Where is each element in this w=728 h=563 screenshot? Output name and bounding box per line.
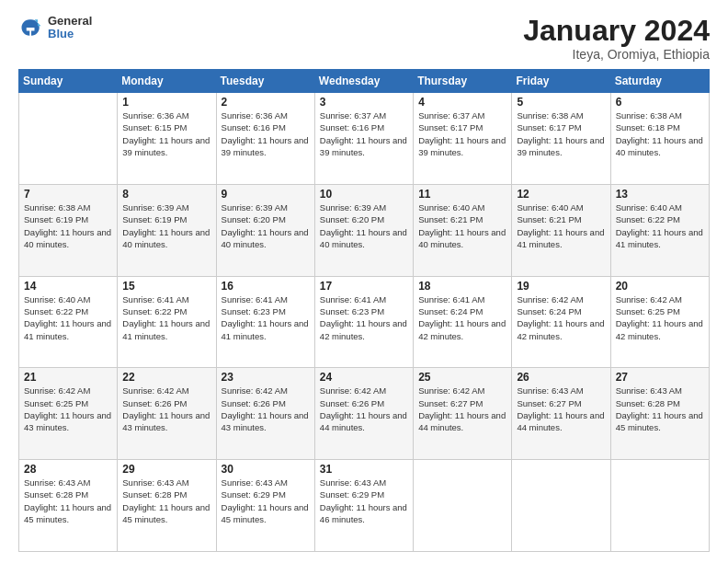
calendar-cell: 23Sunrise: 6:42 AMSunset: 6:26 PMDayligh… <box>216 368 314 460</box>
logo: General Blue <box>18 15 92 41</box>
calendar-cell <box>512 460 610 552</box>
day-number: 23 <box>222 371 310 384</box>
calendar-cell: 29Sunrise: 6:43 AMSunset: 6:28 PMDayligh… <box>118 460 216 552</box>
logo-text: General Blue <box>48 15 92 41</box>
day-number: 5 <box>517 96 605 109</box>
calendar-cell: 20Sunrise: 6:42 AMSunset: 6:25 PMDayligh… <box>610 276 709 368</box>
calendar-cell: 12Sunrise: 6:40 AMSunset: 6:21 PMDayligh… <box>512 184 610 276</box>
day-info: Sunrise: 6:40 AMSunset: 6:22 PMDaylight:… <box>616 201 704 250</box>
calendar-cell: 4Sunrise: 6:37 AMSunset: 6:17 PMDaylight… <box>414 93 512 185</box>
calendar-cell: 13Sunrise: 6:40 AMSunset: 6:22 PMDayligh… <box>610 184 709 276</box>
calendar-header-wednesday: Wednesday <box>314 70 413 93</box>
day-info: Sunrise: 6:41 AMSunset: 6:23 PMDaylight:… <box>320 293 408 342</box>
calendar-cell: 28Sunrise: 6:43 AMSunset: 6:28 PMDayligh… <box>19 460 118 552</box>
calendar-cell: 30Sunrise: 6:43 AMSunset: 6:29 PMDayligh… <box>216 460 314 552</box>
day-info: Sunrise: 6:42 AMSunset: 6:25 PMDaylight:… <box>24 385 112 433</box>
calendar-week-row: 14Sunrise: 6:40 AMSunset: 6:22 PMDayligh… <box>19 276 710 368</box>
logo-general-text: General <box>48 15 92 28</box>
calendar-cell: 25Sunrise: 6:42 AMSunset: 6:27 PMDayligh… <box>414 368 512 460</box>
day-number: 19 <box>517 280 605 293</box>
day-number: 1 <box>122 96 210 109</box>
day-number: 24 <box>320 371 408 384</box>
day-info: Sunrise: 6:42 AMSunset: 6:27 PMDaylight:… <box>418 385 506 433</box>
day-number: 13 <box>616 188 704 201</box>
day-info: Sunrise: 6:37 AMSunset: 6:16 PMDaylight:… <box>320 109 408 158</box>
day-number: 18 <box>418 280 506 293</box>
day-info: Sunrise: 6:42 AMSunset: 6:24 PMDaylight:… <box>517 293 605 342</box>
calendar-cell: 17Sunrise: 6:41 AMSunset: 6:23 PMDayligh… <box>314 276 413 368</box>
day-number: 10 <box>320 188 408 201</box>
calendar-week-row: 21Sunrise: 6:42 AMSunset: 6:25 PMDayligh… <box>19 368 710 460</box>
calendar-cell: 18Sunrise: 6:41 AMSunset: 6:24 PMDayligh… <box>414 276 512 368</box>
day-number: 20 <box>616 280 704 293</box>
day-info: Sunrise: 6:38 AMSunset: 6:19 PMDaylight:… <box>24 201 112 250</box>
calendar-header-saturday: Saturday <box>610 70 709 93</box>
day-info: Sunrise: 6:43 AMSunset: 6:28 PMDaylight:… <box>122 477 210 525</box>
day-info: Sunrise: 6:37 AMSunset: 6:17 PMDaylight:… <box>418 109 506 158</box>
day-number: 25 <box>418 371 506 384</box>
day-info: Sunrise: 6:36 AMSunset: 6:16 PMDaylight:… <box>222 109 310 158</box>
day-number: 6 <box>616 96 704 109</box>
day-number: 11 <box>418 188 506 201</box>
day-info: Sunrise: 6:43 AMSunset: 6:28 PMDaylight:… <box>24 477 112 525</box>
calendar-cell: 27Sunrise: 6:43 AMSunset: 6:28 PMDayligh… <box>610 368 709 460</box>
header: General Blue January 2024 Iteya, Oromiya… <box>18 15 710 62</box>
calendar-cell <box>414 460 512 552</box>
day-info: Sunrise: 6:41 AMSunset: 6:23 PMDaylight:… <box>222 293 310 342</box>
day-number: 21 <box>24 371 112 384</box>
calendar-cell: 5Sunrise: 6:38 AMSunset: 6:17 PMDaylight… <box>512 93 610 185</box>
day-number: 14 <box>24 280 112 293</box>
day-info: Sunrise: 6:42 AMSunset: 6:26 PMDaylight:… <box>222 385 310 433</box>
location-subtitle: Iteya, Oromiya, Ethiopia <box>523 47 710 62</box>
title-block: January 2024 Iteya, Oromiya, Ethiopia <box>523 15 710 62</box>
page: General Blue January 2024 Iteya, Oromiya… <box>0 0 728 563</box>
day-info: Sunrise: 6:39 AMSunset: 6:20 PMDaylight:… <box>320 201 408 250</box>
calendar-cell: 10Sunrise: 6:39 AMSunset: 6:20 PMDayligh… <box>314 184 413 276</box>
calendar-cell: 1Sunrise: 6:36 AMSunset: 6:15 PMDaylight… <box>118 93 216 185</box>
calendar-cell: 8Sunrise: 6:39 AMSunset: 6:19 PMDaylight… <box>118 184 216 276</box>
calendar-header-sunday: Sunday <box>19 70 118 93</box>
day-number: 8 <box>122 188 210 201</box>
calendar-cell: 11Sunrise: 6:40 AMSunset: 6:21 PMDayligh… <box>414 184 512 276</box>
day-info: Sunrise: 6:40 AMSunset: 6:22 PMDaylight:… <box>24 293 112 342</box>
day-info: Sunrise: 6:36 AMSunset: 6:15 PMDaylight:… <box>122 109 210 158</box>
calendar-cell: 3Sunrise: 6:37 AMSunset: 6:16 PMDaylight… <box>314 93 413 185</box>
day-number: 22 <box>122 371 210 384</box>
calendar-cell: 2Sunrise: 6:36 AMSunset: 6:16 PMDaylight… <box>216 93 314 185</box>
calendar-cell: 16Sunrise: 6:41 AMSunset: 6:23 PMDayligh… <box>216 276 314 368</box>
day-info: Sunrise: 6:38 AMSunset: 6:18 PMDaylight:… <box>616 109 704 158</box>
day-number: 9 <box>222 188 310 201</box>
day-number: 31 <box>320 463 408 476</box>
calendar-header-tuesday: Tuesday <box>216 70 314 93</box>
day-number: 29 <box>122 463 210 476</box>
day-info: Sunrise: 6:42 AMSunset: 6:25 PMDaylight:… <box>616 293 704 342</box>
day-info: Sunrise: 6:39 AMSunset: 6:19 PMDaylight:… <box>122 201 210 250</box>
calendar-header-monday: Monday <box>118 70 216 93</box>
calendar-cell: 6Sunrise: 6:38 AMSunset: 6:18 PMDaylight… <box>610 93 709 185</box>
day-number: 2 <box>222 96 310 109</box>
day-info: Sunrise: 6:42 AMSunset: 6:26 PMDaylight:… <box>320 385 408 433</box>
day-number: 16 <box>222 280 310 293</box>
day-number: 27 <box>616 371 704 384</box>
calendar-week-row: 7Sunrise: 6:38 AMSunset: 6:19 PMDaylight… <box>19 184 710 276</box>
logo-blue-text: Blue <box>48 28 92 40</box>
day-info: Sunrise: 6:43 AMSunset: 6:27 PMDaylight:… <box>517 385 605 433</box>
calendar-cell: 19Sunrise: 6:42 AMSunset: 6:24 PMDayligh… <box>512 276 610 368</box>
day-info: Sunrise: 6:43 AMSunset: 6:29 PMDaylight:… <box>320 477 408 525</box>
calendar-cell: 9Sunrise: 6:39 AMSunset: 6:20 PMDaylight… <box>216 184 314 276</box>
calendar-cell: 15Sunrise: 6:41 AMSunset: 6:22 PMDayligh… <box>118 276 216 368</box>
day-number: 17 <box>320 280 408 293</box>
day-number: 4 <box>418 96 506 109</box>
day-info: Sunrise: 6:41 AMSunset: 6:24 PMDaylight:… <box>418 293 506 342</box>
day-info: Sunrise: 6:39 AMSunset: 6:20 PMDaylight:… <box>222 201 310 250</box>
calendar-cell: 31Sunrise: 6:43 AMSunset: 6:29 PMDayligh… <box>314 460 413 552</box>
calendar-cell <box>19 93 118 185</box>
logo-icon <box>18 15 44 40</box>
calendar-header-thursday: Thursday <box>414 70 512 93</box>
calendar-week-row: 28Sunrise: 6:43 AMSunset: 6:28 PMDayligh… <box>19 460 710 552</box>
day-number: 3 <box>320 96 408 109</box>
calendar-table: SundayMondayTuesdayWednesdayThursdayFrid… <box>18 69 710 552</box>
month-title: January 2024 <box>523 15 710 47</box>
calendar-header-row: SundayMondayTuesdayWednesdayThursdayFrid… <box>19 70 710 93</box>
day-number: 30 <box>222 463 310 476</box>
